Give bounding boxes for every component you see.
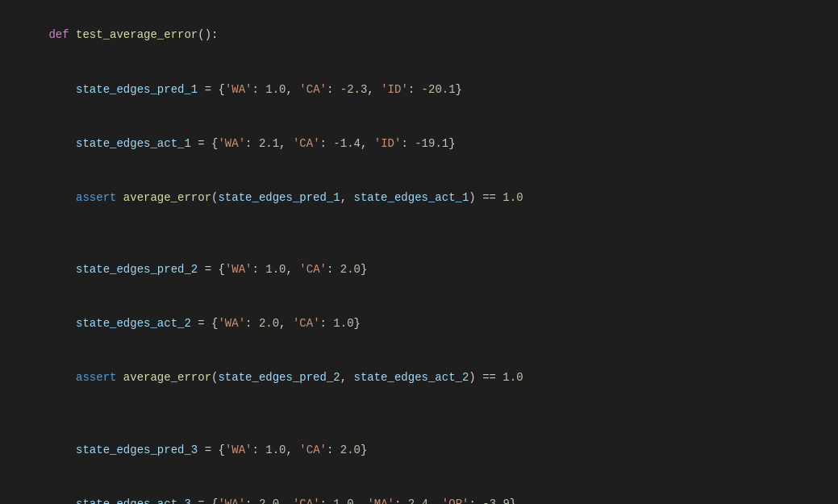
- code-line-1: def test_average_error():: [0, 8, 838, 62]
- code-line-6: state_edges_pred_2 = {'WA': 1.0, 'CA': 2…: [0, 243, 838, 297]
- code-line-3: state_edges_act_1 = {'WA': 2.1, 'CA': -1…: [0, 116, 838, 170]
- code-line-10: state_edges_pred_3 = {'WA': 1.0, 'CA': 2…: [0, 423, 838, 477]
- code-editor: def test_average_error(): state_edges_pr…: [0, 0, 838, 504]
- keyword-def: def: [48, 28, 76, 41]
- code-line-4: assert average_error(state_edges_pred_1,…: [0, 171, 838, 225]
- code-line-2: state_edges_pred_1 = {'WA': 1.0, 'CA': -…: [0, 62, 838, 116]
- function-name: test_average_error: [76, 28, 198, 41]
- code-line-8: assert average_error(state_edges_pred_2,…: [0, 351, 838, 405]
- assert-keyword-2: assert: [76, 371, 123, 384]
- code-line-11: state_edges_act_3 = {'WA': 2.0, 'CA': 1.…: [0, 477, 838, 504]
- assert-keyword: assert: [76, 191, 123, 204]
- code-line-7: state_edges_act_2 = {'WA': 2.0, 'CA': 1.…: [0, 297, 838, 351]
- code-line-5: [0, 225, 838, 243]
- code-line-9: [0, 405, 838, 423]
